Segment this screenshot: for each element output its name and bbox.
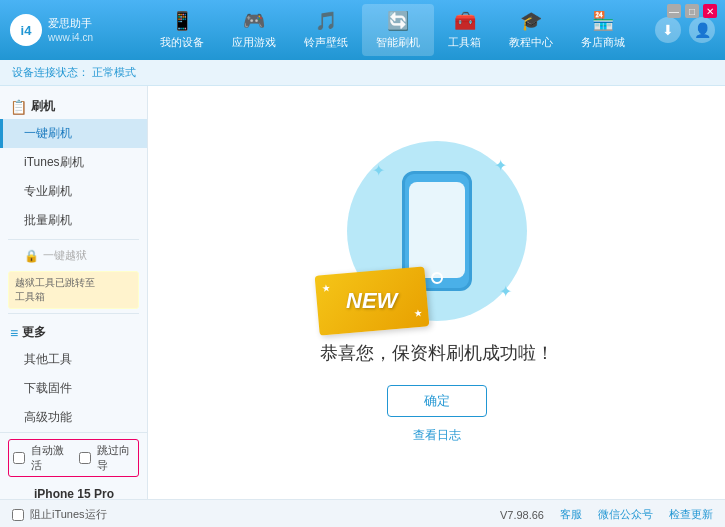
footer-right: V7.98.66 客服 微信公众号 检查更新 [500, 507, 713, 522]
sidebar-notice: 越狱工具已跳转至工具箱 [8, 271, 139, 309]
header: i4 爱思助手 www.i4.cn 📱 我的设备 🎮 应用游戏 🎵 铃声壁纸 🔄… [0, 0, 725, 60]
more-section-icon: ≡ [10, 325, 18, 341]
main-content: ✦ ✦ ✦ ★ NEW ★ 恭喜您，保资料刷机成功啦！ 确定 查看日志 [148, 86, 725, 499]
new-banner: ★ NEW ★ [314, 266, 429, 335]
tab-apps-games[interactable]: 🎮 应用游戏 [218, 4, 290, 56]
sparkle-br: ✦ [499, 282, 512, 301]
service-icon: 🏪 [592, 10, 614, 32]
wechat-link[interactable]: 微信公众号 [598, 507, 653, 522]
version-label: V7.98.66 [500, 509, 544, 521]
close-button[interactable]: ✕ [703, 4, 717, 18]
footer: 阻止iTunes运行 V7.98.66 客服 微信公众号 检查更新 [0, 499, 725, 527]
check-update-link[interactable]: 检查更新 [669, 507, 713, 522]
new-label: NEW [346, 288, 397, 314]
lock-icon: 🔒 [24, 249, 39, 263]
maximize-button[interactable]: □ [685, 4, 699, 18]
my-device-icon: 📱 [171, 10, 193, 32]
tab-service[interactable]: 🏪 务店商城 [567, 4, 639, 56]
device-info: 📱 iPhone 15 Pro Max 512GB iPhone [8, 483, 139, 499]
flash-section-icon: 📋 [10, 99, 27, 115]
activation-row: 自动激活 跳过向导 [8, 439, 139, 477]
account-button[interactable]: 👤 [689, 17, 715, 43]
tab-toolbox[interactable]: 🧰 工具箱 [434, 4, 495, 56]
view-log-link[interactable]: 查看日志 [413, 427, 461, 444]
sidebar-item-one-key-flash[interactable]: 一键刷机 [0, 119, 147, 148]
tab-smart-flash[interactable]: 🔄 智能刷机 [362, 4, 434, 56]
header-right: ⬇ 👤 [655, 17, 715, 43]
sidebar-item-pro-flash[interactable]: 专业刷机 [0, 177, 147, 206]
sparkle-tl: ✦ [372, 161, 385, 180]
download-button[interactable]: ⬇ [655, 17, 681, 43]
sidebar-item-batch-flash[interactable]: 批量刷机 [0, 206, 147, 235]
footer-left: 阻止iTunes运行 [12, 507, 107, 522]
device-bottom: 自动激活 跳过向导 📱 iPhone 15 Pro Max 512GB iPho… [0, 432, 147, 499]
breadcrumb: 设备连接状态： 正常模式 [0, 60, 725, 86]
skip-guide-label[interactable]: 跳过向导 [97, 443, 135, 473]
auto-activate-checkbox[interactable] [13, 452, 25, 464]
skip-guide-checkbox[interactable] [79, 452, 91, 464]
sidebar-divider-1 [8, 239, 139, 240]
apps-games-icon: 🎮 [243, 10, 265, 32]
smart-flash-icon: 🔄 [387, 10, 409, 32]
ringtones-icon: 🎵 [315, 10, 337, 32]
sidebar-divider-2 [8, 313, 139, 314]
sidebar-item-itunes-flash[interactable]: iTunes刷机 [0, 148, 147, 177]
minimize-button[interactable]: — [667, 4, 681, 18]
tab-tutorial[interactable]: 🎓 教程中心 [495, 4, 567, 56]
phone-screen [409, 182, 465, 278]
new-star-left: ★ [321, 283, 331, 295]
customer-service-link[interactable]: 客服 [560, 507, 582, 522]
tab-my-device[interactable]: 📱 我的设备 [146, 4, 218, 56]
phone-home-button [431, 272, 443, 284]
phone-illustration: ✦ ✦ ✦ ★ NEW ★ [347, 141, 527, 321]
block-itunes-label: 阻止iTunes运行 [30, 507, 107, 522]
auto-activate-label[interactable]: 自动激活 [31, 443, 69, 473]
sidebar-item-other-tools[interactable]: 其他工具 [0, 345, 147, 374]
block-itunes-checkbox[interactable] [12, 509, 24, 521]
success-message: 恭喜您，保资料刷机成功啦！ [320, 341, 554, 365]
logo-text: 爱思助手 www.i4.cn [48, 16, 93, 43]
tutorial-icon: 🎓 [520, 10, 542, 32]
sidebar: 📋 刷机 一键刷机 iTunes刷机 专业刷机 批量刷机 🔒 一键越狱 越狱工具… [0, 86, 148, 499]
sidebar-section-flash: 📋 刷机 [0, 92, 147, 119]
sparkle-tr: ✦ [494, 156, 507, 175]
logo-icon: i4 [10, 14, 42, 46]
device-name: iPhone 15 Pro Max [34, 487, 139, 499]
logo-area: i4 爱思助手 www.i4.cn [10, 14, 130, 46]
sidebar-item-advanced[interactable]: 高级功能 [0, 403, 147, 432]
toolbox-icon: 🧰 [454, 10, 476, 32]
sidebar-item-jailbreak-disabled: 🔒 一键越狱 [0, 244, 147, 267]
sidebar-section-more: ≡ 更多 [0, 318, 147, 345]
confirm-button[interactable]: 确定 [387, 385, 487, 417]
sidebar-item-download-firmware[interactable]: 下载固件 [0, 374, 147, 403]
phone-bg-circle: ✦ ✦ ✦ ★ NEW ★ [347, 141, 527, 321]
nav-tabs: 📱 我的设备 🎮 应用游戏 🎵 铃声壁纸 🔄 智能刷机 🧰 工具箱 🎓 教程中心… [130, 4, 655, 56]
tab-ringtones[interactable]: 🎵 铃声壁纸 [290, 4, 362, 56]
new-star-right: ★ [412, 308, 422, 320]
